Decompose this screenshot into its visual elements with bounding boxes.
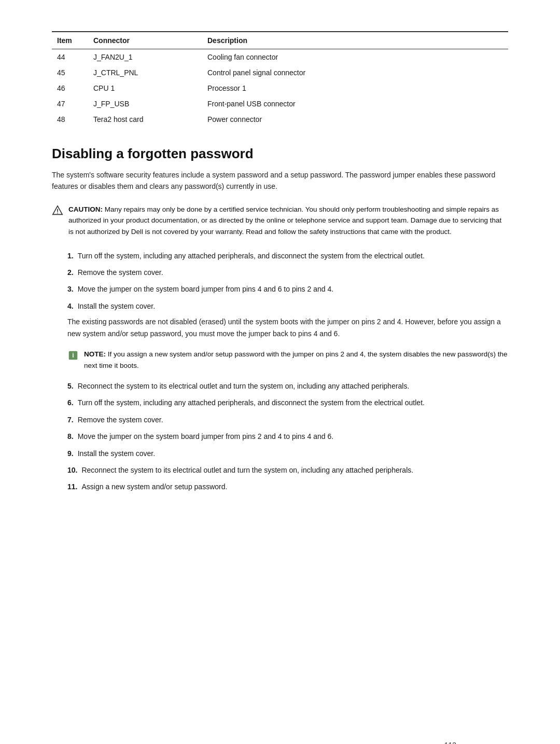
note-text: NOTE: If you assign a new system and/or … xyxy=(84,349,508,371)
caution-text: CAUTION: Many repairs may only be done b… xyxy=(68,204,508,238)
table-header-item: Item xyxy=(52,32,88,49)
note-box: i NOTE: If you assign a new system and/o… xyxy=(67,347,508,373)
step-item: Install the system cover.The existing pa… xyxy=(67,300,508,373)
table-cell-connector: J_FAN2U_1 xyxy=(88,49,202,65)
step-text: Move the jumper on the system board jump… xyxy=(78,285,333,293)
note-body: If you assign a new system and/or setup … xyxy=(84,350,507,369)
step-item: Turn off the system, including any attac… xyxy=(67,397,508,408)
step-text: Assign a new system and/or setup passwor… xyxy=(81,483,227,491)
step-text: Reconnect the system to its electrical o… xyxy=(81,466,413,474)
step-text: Remove the system cover. xyxy=(78,416,163,424)
svg-point-2 xyxy=(57,212,58,213)
table-cell-description: Control panel signal connector xyxy=(202,65,508,80)
caution-body: Many repairs may only be done by a certi… xyxy=(68,205,501,236)
page-number: 113 xyxy=(444,741,456,744)
caution-box: CAUTION: Many repairs may only be done b… xyxy=(52,202,508,240)
table-cell-description: Processor 1 xyxy=(202,80,508,96)
connector-table: Item Connector Description 44 J_FAN2U_1 … xyxy=(52,31,508,127)
table-row: 46 CPU 1 Processor 1 xyxy=(52,80,508,96)
table-cell-connector: Tera2 host card xyxy=(88,112,202,127)
step-text: Install the system cover. xyxy=(78,449,155,458)
table-row: 47 J_FP_USB Front-panel USB connector xyxy=(52,96,508,112)
step-item: Remove the system cover. xyxy=(67,414,508,425)
table-row: 48 Tera2 host card Power connector xyxy=(52,112,508,127)
svg-text:i: i xyxy=(72,352,74,359)
table-cell-description: Cooling fan connector xyxy=(202,49,508,65)
step-item: Remove the system cover. xyxy=(67,267,508,278)
caution-label: CAUTION: xyxy=(68,205,103,213)
table-cell-description: Front-panel USB connector xyxy=(202,96,508,112)
step-sub-para: The existing passwords are not disabled … xyxy=(52,316,508,339)
connector-table-section: Item Connector Description 44 J_FAN2U_1 … xyxy=(52,31,508,127)
step-item: Turn off the system, including any attac… xyxy=(67,250,508,261)
intro-paragraph: The system's software security features … xyxy=(52,169,508,192)
table-cell-item: 45 xyxy=(52,65,88,80)
steps-list: Turn off the system, including any attac… xyxy=(67,250,508,493)
step-item: Install the system cover. xyxy=(67,448,508,459)
step-text: Remove the system cover. xyxy=(78,268,163,277)
table-cell-item: 46 xyxy=(52,80,88,96)
table-header-description: Description xyxy=(202,32,508,49)
table-cell-connector: CPU 1 xyxy=(88,80,202,96)
table-cell-item: 48 xyxy=(52,112,88,127)
table-cell-item: 44 xyxy=(52,49,88,65)
table-row: 45 J_CTRL_PNL Control panel signal conne… xyxy=(52,65,508,80)
table-header-connector: Connector xyxy=(88,32,202,49)
section-title: Disabling a forgotten password xyxy=(52,146,508,162)
table-cell-description: Power connector xyxy=(202,112,508,127)
step-text: Install the system cover. xyxy=(78,302,155,310)
step-text: Turn off the system, including any attac… xyxy=(78,398,425,407)
table-row: 44 J_FAN2U_1 Cooling fan connector xyxy=(52,49,508,65)
note-icon: i xyxy=(67,350,79,361)
step-item: Reconnect the system to its electrical o… xyxy=(67,380,508,392)
step-text: Turn off the system, including any attac… xyxy=(78,252,425,260)
step-item: Assign a new system and/or setup passwor… xyxy=(67,481,508,492)
caution-icon xyxy=(52,205,63,216)
step-item: Move the jumper on the system board jump… xyxy=(67,283,508,295)
table-cell-item: 47 xyxy=(52,96,88,112)
note-label: NOTE: xyxy=(84,350,106,358)
table-cell-connector: J_CTRL_PNL xyxy=(88,65,202,80)
step-item: Reconnect the system to its electrical o… xyxy=(67,464,508,476)
step-item: Move the jumper on the system board jump… xyxy=(67,431,508,442)
step-text: Move the jumper on the system board jump… xyxy=(78,432,333,440)
step-text: Reconnect the system to its electrical o… xyxy=(78,382,410,390)
table-cell-connector: J_FP_USB xyxy=(88,96,202,112)
